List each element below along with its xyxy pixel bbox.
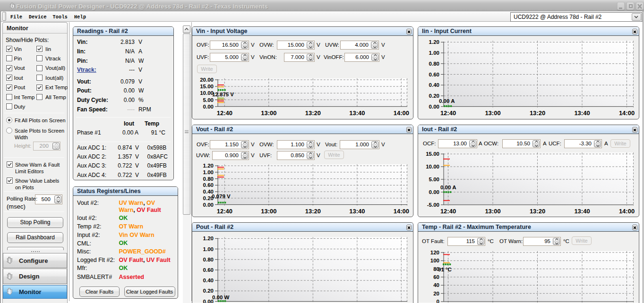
svg-text:13:40: 13:40 [349, 208, 365, 215]
svg-text:12:40: 12:40 [440, 208, 456, 215]
svg-text:13:20: 13:20 [530, 109, 545, 117]
svg-text:0.80: 0.80 [203, 257, 214, 262]
svg-text:5.00: 5.00 [203, 97, 214, 103]
svg-text:1.20: 1.20 [203, 163, 214, 168]
svg-text:14:00: 14:00 [619, 208, 635, 215]
svg-text:91 °C: 91 °C [438, 267, 452, 272]
svg-text:0.80: 0.80 [429, 61, 439, 67]
svg-text:14:00: 14:00 [394, 109, 409, 117]
svg-text:0.60: 0.60 [203, 182, 214, 188]
svg-text:0.20: 0.20 [429, 93, 439, 99]
svg-text:40: 40 [433, 282, 439, 288]
svg-text:60: 60 [433, 274, 439, 280]
svg-text:13:20: 13:20 [305, 208, 321, 215]
svg-text:12:40: 12:40 [440, 109, 456, 117]
svg-text:0.00: 0.00 [203, 104, 214, 109]
svg-text:0.40: 0.40 [429, 82, 439, 88]
svg-text:12:40: 12:40 [217, 109, 232, 117]
svg-text:13:40: 13:40 [349, 109, 365, 117]
svg-text:0.40: 0.40 [203, 278, 214, 283]
svg-text:0.60: 0.60 [429, 72, 439, 77]
svg-text:12.875 V: 12.875 V [212, 92, 234, 97]
svg-text:0.00 W: 0.00 W [212, 295, 230, 300]
svg-text:20.00: 20.00 [200, 77, 214, 83]
svg-text:14:00: 14:00 [619, 109, 635, 117]
svg-text:0.079 V: 0.079 V [212, 194, 231, 199]
svg-text:13:00: 13:00 [261, 109, 276, 117]
svg-text:0.00 A: 0.00 A [440, 185, 456, 190]
svg-text:0.00: 0.00 [429, 104, 439, 109]
svg-text:13:40: 13:40 [574, 109, 590, 117]
svg-text:12:40: 12:40 [217, 208, 232, 215]
svg-text:15.00: 15.00 [426, 151, 439, 157]
svg-text:0: 0 [437, 299, 439, 303]
svg-text:13:20: 13:20 [305, 109, 321, 117]
svg-text:0.60: 0.60 [203, 267, 214, 273]
svg-text:10.00: 10.00 [200, 90, 214, 96]
svg-text:10.00: 10.00 [426, 164, 439, 169]
svg-text:0.00 A: 0.00 A [439, 98, 455, 104]
svg-text:0.80: 0.80 [203, 176, 214, 182]
svg-text:20: 20 [433, 291, 439, 296]
svg-text:120: 120 [430, 250, 439, 255]
svg-text:13:40: 13:40 [574, 208, 590, 215]
svg-text:13:00: 13:00 [261, 208, 276, 215]
svg-text:15.00: 15.00 [200, 84, 214, 89]
svg-text:13:00: 13:00 [485, 208, 500, 215]
svg-text:1.00: 1.00 [203, 246, 214, 252]
svg-text:0.20: 0.20 [203, 288, 214, 294]
svg-text:14:00: 14:00 [394, 208, 409, 215]
svg-text:-5.00: -5.00 [427, 202, 439, 208]
svg-text:1.20: 1.20 [429, 39, 439, 45]
svg-text:13:00: 13:00 [485, 109, 500, 117]
svg-text:0.00: 0.00 [203, 202, 214, 208]
svg-text:1.00: 1.00 [203, 169, 214, 175]
svg-text:1.20: 1.20 [203, 236, 214, 241]
svg-text:13:20: 13:20 [530, 208, 545, 215]
svg-text:5.00: 5.00 [429, 177, 439, 182]
svg-text:0.00: 0.00 [429, 189, 439, 195]
svg-text:1.00: 1.00 [429, 50, 439, 56]
svg-text:100: 100 [430, 258, 439, 263]
